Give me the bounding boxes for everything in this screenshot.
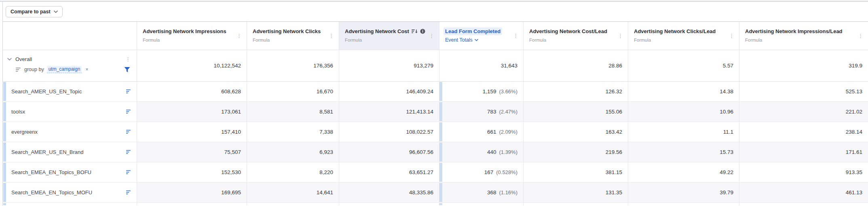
cost-cell: 121,413.14	[339, 102, 439, 122]
overall-impressions-value: 10,122,542	[137, 50, 247, 81]
collapse-chevron-icon[interactable]	[7, 58, 12, 61]
metric-cell	[247, 203, 339, 206]
lead-count: 31,643	[501, 63, 517, 69]
overall-label-cell: Overall ⋮ group by utm_campaign ×	[3, 50, 137, 81]
column-header-impressions[interactable]: Advertising Network Impressions Formula …	[137, 22, 247, 50]
cost-per-lead-cell: 131.35	[523, 183, 628, 202]
column-header-impressions-per-lead[interactable]: Advertising Network Impressions/Lead For…	[739, 22, 868, 50]
row-label-cell[interactable]: toolsx	[3, 102, 137, 122]
breakdown-icon[interactable]	[126, 130, 131, 134]
kebab-menu-icon[interactable]: ⋮	[327, 33, 336, 39]
impressions-per-lead-cell: 913.35	[739, 162, 868, 182]
kebab-menu-icon[interactable]: ⋮	[123, 57, 133, 62]
column-header-cost-per-lead[interactable]: Advertising Network Cost/Lead Formula ⋮	[523, 22, 628, 50]
partial-row	[3, 203, 868, 206]
analysis-panel: Compare to past Advertising Network Impr…	[2, 2, 868, 206]
row-color-strip	[3, 163, 6, 182]
cost-per-lead-cell: 155.06	[523, 102, 628, 122]
impressions-cell: 173,061	[137, 102, 247, 122]
table-row: toolsx 173,061 8,581 121,413.14 783 (2.4…	[3, 102, 868, 122]
column-header-clicks[interactable]: Advertising Network Clicks Formula ⋮	[247, 22, 339, 50]
impressions-per-lead-cell: 221.02	[739, 102, 868, 122]
breakdown-icon[interactable]	[126, 170, 131, 174]
row-label-cell	[3, 203, 137, 206]
table-body: Search_AMER_US_EN_Topic 608,628 16,670 1…	[3, 82, 868, 203]
event-totals-dropdown[interactable]: Event Totals	[445, 37, 478, 43]
impressions-cell: 152,530	[137, 162, 247, 182]
table-row: Search_EMEA_EN_Topics_BOFU 152,530 8,220…	[3, 162, 868, 183]
breakdown-icon[interactable]	[126, 150, 131, 154]
lead-color-strip	[439, 163, 442, 182]
impressions-cell: 157,410	[137, 122, 247, 142]
compare-to-past-label: Compare to past	[11, 9, 51, 15]
row-color-strip	[3, 203, 6, 205]
cost-per-lead-cell: 163.42	[523, 122, 628, 142]
overall-impressions-per-lead-value: 319.9	[739, 50, 868, 81]
breakdown-icon[interactable]	[126, 89, 131, 94]
clicks-per-lead-cell: 15.73	[628, 142, 739, 162]
row-label-cell[interactable]: evergreenx	[3, 122, 137, 142]
lead-count: 661	[487, 129, 496, 135]
leads-cell: 167 (0.528%)	[439, 162, 523, 182]
info-icon[interactable]	[420, 29, 425, 34]
column-title: Advertising Network Impressions	[143, 28, 226, 34]
filter-icon[interactable]	[124, 67, 130, 72]
cost-cell: 48,335.86	[339, 183, 439, 202]
metric-cell	[439, 203, 523, 206]
table-row: Search_AMER_US_EN_Topic 608,628 16,670 1…	[3, 82, 868, 102]
lead-percent: (1.39%)	[499, 149, 517, 155]
column-header-lead-form-completed[interactable]: Lead Form Completed Event Totals ⋮	[439, 22, 523, 50]
toolbar: Compare to past	[3, 2, 868, 22]
column-header-cost[interactable]: Advertising Network Cost Formula ⋮	[339, 22, 439, 50]
campaign-name: Search_EMEA_EN_Topics_BOFU	[11, 169, 91, 175]
column-title: Advertising Network Clicks	[253, 28, 321, 34]
lead-count: 783	[487, 109, 496, 115]
impressions-per-lead-cell: 171.61	[739, 142, 868, 162]
impressions-per-lead-cell: 461.13	[739, 183, 868, 202]
breakdown-icon[interactable]	[126, 190, 131, 195]
cost-cell: 63,651.27	[339, 162, 439, 182]
kebab-menu-icon[interactable]: ⋮	[856, 33, 865, 39]
metric-cell	[628, 203, 739, 206]
kebab-menu-icon[interactable]: ⋮	[727, 33, 736, 39]
row-label-cell[interactable]: Search_AMER_US_EN_Topic	[3, 82, 137, 101]
overall-label: Overall	[15, 56, 32, 62]
lead-count: 368	[487, 189, 496, 195]
table-row: evergreenx 157,410 7,338 108,022.57 661 …	[3, 122, 868, 142]
overall-cost-per-lead-value: 28.86	[523, 50, 628, 81]
cost-cell: 96,607.56	[339, 142, 439, 162]
lead-percent: (2.09%)	[499, 129, 517, 135]
clicks-cell: 7,338	[247, 122, 339, 142]
event-title-link[interactable]: Lead Form Completed	[444, 27, 502, 35]
impressions-per-lead-cell: 525.13	[739, 82, 868, 101]
group-by-icon	[16, 67, 21, 72]
lead-percent: (3.66%)	[499, 88, 517, 95]
column-subtitle: Formula	[745, 38, 857, 42]
sort-descending-icon[interactable]	[412, 29, 418, 34]
clicks-cell: 8,220	[247, 162, 339, 182]
group-by-property-chip[interactable]: utm_campaign	[47, 66, 82, 73]
compare-to-past-button[interactable]: Compare to past	[6, 6, 63, 17]
kebab-menu-icon[interactable]: ⋮	[511, 33, 520, 39]
overall-cost-value: 913,279	[339, 50, 439, 81]
cost-per-lead-cell: 126.32	[523, 82, 628, 101]
breakdown-icon[interactable]	[126, 109, 131, 114]
column-subtitle: Formula	[345, 38, 429, 42]
row-label-cell[interactable]: Search_EMEA_EN_Topics_BOFU	[3, 162, 137, 182]
row-label-cell[interactable]: Search_AMER_US_EN_Brand	[3, 142, 137, 162]
cost-cell: 108,022.57	[339, 122, 439, 142]
column-header-clicks-per-lead[interactable]: Advertising Network Clicks/Lead Formula …	[628, 22, 739, 50]
kebab-menu-icon[interactable]: ⋮	[235, 33, 243, 39]
leads-cell: 440 (1.39%)	[439, 142, 523, 162]
row-label-cell[interactable]: Search_EMEA_EN_Topics_MOFU	[3, 183, 137, 202]
row-color-strip	[3, 183, 6, 202]
kebab-menu-icon[interactable]: ⋮	[616, 33, 625, 39]
remove-group-by-icon[interactable]: ×	[84, 67, 89, 72]
column-subtitle: Formula	[253, 38, 328, 42]
kebab-menu-icon[interactable]: ⋮	[427, 33, 436, 39]
overall-clicks-value: 176,356	[247, 50, 339, 81]
cost-per-lead-cell: 381.15	[523, 162, 628, 182]
clicks-cell: 16,670	[247, 82, 339, 101]
clicks-cell: 8,581	[247, 102, 339, 122]
group-by-label: group by	[24, 67, 44, 72]
